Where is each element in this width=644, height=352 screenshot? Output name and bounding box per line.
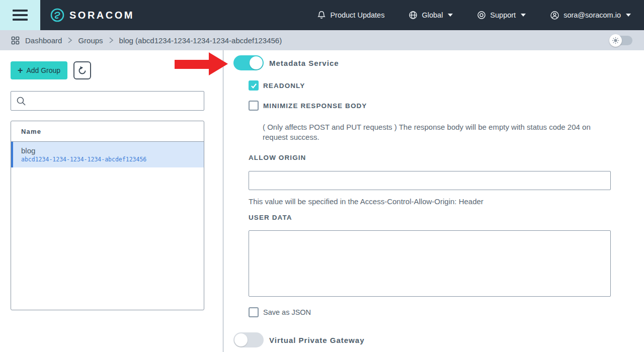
groups-table: Name blog abcd1234-1234-1234-1234-abcdef… <box>11 121 204 310</box>
chevron-down-icon <box>448 14 453 17</box>
chevron-down-icon <box>521 14 526 17</box>
search-input[interactable] <box>30 97 199 105</box>
search-icon <box>16 96 26 106</box>
group-settings-panel: Metadata Service READONLY MINIMIZE RESPO… <box>223 50 644 352</box>
group-row-blog[interactable]: blog abcd1234-1234-1234-1234-abcdef12345… <box>11 142 204 167</box>
metadata-service-toggle[interactable] <box>233 55 264 70</box>
allow-origin-input[interactable] <box>249 171 611 190</box>
soracom-console-page: SORACOM Product Updates Global <box>0 0 644 352</box>
account-menu[interactable]: sora@soracom.io <box>538 0 644 30</box>
breadcrumb-groups[interactable]: Groups <box>78 36 103 45</box>
chevron-right-icon <box>67 37 72 44</box>
minimize-response-body-help: ( Only affects POST and PUT requests ) T… <box>263 122 595 142</box>
support-label: Support <box>490 11 516 19</box>
hamburger-icon <box>13 10 28 12</box>
product-updates-button[interactable]: Product Updates <box>305 0 396 30</box>
minimize-response-body-label: MINIMIZE RESPONSE BODY <box>263 102 367 110</box>
readonly-label: READONLY <box>263 82 305 90</box>
top-navbar: SORACOM Product Updates Global <box>0 0 644 30</box>
breadcrumb-current-group: blog (abcd1234-1234-1234-1234-abcdef1234… <box>119 36 282 45</box>
user-icon <box>550 11 559 20</box>
refresh-button[interactable] <box>73 61 91 79</box>
hamburger-icon <box>13 14 28 16</box>
coverage-selector[interactable]: Global <box>396 0 465 30</box>
product-updates-label: Product Updates <box>330 11 384 19</box>
support-menu[interactable]: Support <box>465 0 538 30</box>
minimize-response-body-checkbox[interactable] <box>249 101 259 111</box>
save-as-json-label: Save as JSON <box>263 308 311 316</box>
breadcrumb: Dashboard Groups blog (abcd1234-1234-123… <box>0 30 644 50</box>
chevron-down-icon <box>626 14 631 17</box>
sun-icon <box>609 34 622 47</box>
save-as-json-checkbox[interactable] <box>249 307 259 317</box>
metadata-service-label: Metadata Service <box>269 59 339 67</box>
user-data-label: USER DATA <box>249 214 292 221</box>
dashboard-grid-icon <box>11 36 20 45</box>
account-email: sora@soracom.io <box>564 11 621 19</box>
menu-toggle-button[interactable] <box>0 0 40 30</box>
refresh-icon <box>77 66 87 75</box>
groups-sidebar: + Add Group Name blog <box>0 50 223 352</box>
virtual-private-gateway-toggle[interactable] <box>233 332 264 347</box>
user-data-textarea[interactable] <box>249 230 611 297</box>
group-id: abcd1234-1234-1234-1234-abcdef123456 <box>21 155 204 164</box>
virtual-private-gateway-label: Virtual Private Gateway <box>269 336 364 344</box>
group-name: blog <box>21 146 204 155</box>
check-icon <box>251 82 257 89</box>
lifebuoy-icon <box>477 11 486 20</box>
add-group-button[interactable]: + Add Group <box>11 61 67 79</box>
allow-origin-help: This value will be specified in the Acce… <box>249 197 601 207</box>
readonly-checkbox[interactable] <box>249 80 259 91</box>
table-header-name: Name <box>11 121 204 142</box>
allow-origin-label: ALLOW ORIGIN <box>249 154 306 161</box>
soracom-logo[interactable]: SORACOM <box>50 8 134 22</box>
add-group-label: Add Group <box>26 66 60 74</box>
breadcrumb-dashboard[interactable]: Dashboard <box>25 36 62 45</box>
hamburger-icon <box>13 19 28 21</box>
bell-icon <box>317 11 326 20</box>
toggle-knob <box>234 333 248 346</box>
globe-icon <box>409 11 418 20</box>
toggle-knob <box>250 56 263 69</box>
soracom-swirl-icon <box>50 8 64 22</box>
group-search <box>11 91 204 111</box>
coverage-label: Global <box>422 11 443 19</box>
theme-toggle[interactable] <box>610 36 632 45</box>
chevron-right-icon <box>109 37 114 44</box>
plus-icon: + <box>18 66 23 75</box>
brand-name: SORACOM <box>69 10 134 21</box>
